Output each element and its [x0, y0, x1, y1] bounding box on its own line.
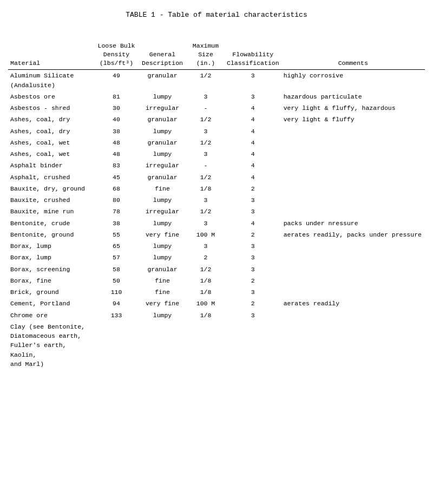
table-row: Bentonite, crude38lumpy34packs under nre…: [8, 218, 425, 229]
table-row: Ashes, coal, wet48granular1/24: [8, 137, 425, 148]
cell-comments: [281, 310, 425, 321]
cell-density: 45: [95, 172, 138, 183]
cell-comments: [281, 321, 425, 370]
table-row: Asphalt binder83irregular-4: [8, 160, 425, 171]
cell-size: 1/8: [187, 286, 225, 298]
cell-material: Brick, ground: [8, 286, 95, 298]
cell-flow: 2: [225, 298, 281, 309]
cell-comments: [281, 206, 425, 217]
cell-desc: very fine: [138, 298, 187, 309]
cell-comments: highly corrosive: [281, 70, 425, 91]
cell-density: 94: [95, 298, 138, 309]
cell-material: Ashes, coal, dry: [8, 126, 95, 137]
col-header-size: Maximum Size (in.): [187, 41, 225, 70]
cell-flow: [225, 321, 281, 370]
cell-material: Clay (see Bentonite,Diatomaceous earth,F…: [8, 321, 95, 370]
table-row: Borax, screening58granular1/23: [8, 264, 425, 275]
cell-desc: lumpy: [138, 91, 187, 102]
page-title: TABLE 1 - Table of material characterist…: [5, 11, 428, 19]
table-row: Ashes, coal, dry40granular1/24very light…: [8, 114, 425, 125]
cell-density: 48: [95, 137, 138, 148]
cell-comments: [281, 240, 425, 252]
cell-desc: very fine: [138, 229, 187, 240]
cell-material: Borax, fine: [8, 275, 95, 286]
cell-flow: 3: [225, 70, 281, 91]
table-row: Borax, fine50fine1/82: [8, 275, 425, 286]
table-row: Asphalt, crushed45granular1/24: [8, 172, 425, 183]
cell-density: 38: [95, 218, 138, 229]
cell-size: 1/8: [187, 275, 225, 286]
cell-comments: packs under nressure: [281, 218, 425, 229]
cell-density: 78: [95, 206, 138, 217]
cell-density: [95, 321, 138, 370]
cell-flow: 3: [225, 310, 281, 321]
cell-desc: granular: [138, 70, 187, 91]
table-row: Aluminum Silicate(Andalusite)49granular1…: [8, 70, 425, 91]
cell-flow: 3: [225, 264, 281, 275]
cell-size: 100 M: [187, 298, 225, 309]
cell-material: Chrome ore: [8, 310, 95, 321]
cell-size: 2: [187, 252, 225, 263]
cell-density: 83: [95, 160, 138, 171]
cell-material: Borax, lump: [8, 252, 95, 263]
cell-size: 1/8: [187, 310, 225, 321]
cell-desc: granular: [138, 172, 187, 183]
cell-density: 58: [95, 264, 138, 275]
table-header: Material Loose Bulk Density (lbs/ft³) Ge…: [8, 41, 425, 70]
cell-size: 3: [187, 126, 225, 137]
cell-size: 1/2: [187, 70, 225, 91]
cell-size: 3: [187, 194, 225, 206]
cell-comments: [281, 137, 425, 148]
cell-material: Bentonite, crude: [8, 218, 95, 229]
cell-size: 1/2: [187, 114, 225, 125]
col-header-density: Loose Bulk Density (lbs/ft³): [95, 41, 138, 70]
cell-density: 55: [95, 229, 138, 240]
cell-material: Asbestos ore: [8, 91, 95, 102]
table-row: Cement, Portland94very fine100 M2aerates…: [8, 298, 425, 309]
col-header-comments: Comments: [281, 41, 425, 70]
cell-density: 50: [95, 275, 138, 286]
cell-flow: 3: [225, 91, 281, 102]
table-row: Brick, ground110fine1/83: [8, 286, 425, 298]
cell-density: 57: [95, 252, 138, 263]
cell-flow: 4: [225, 218, 281, 229]
cell-comments: aerates readily: [281, 298, 425, 309]
cell-density: 68: [95, 183, 138, 194]
cell-size: 1/2: [187, 137, 225, 148]
cell-comments: [281, 286, 425, 298]
table-row: Asbestos - shred30irregular-4very light …: [8, 102, 425, 114]
cell-size: [187, 321, 225, 370]
cell-desc: granular: [138, 264, 187, 275]
cell-desc: irregular: [138, 160, 187, 171]
cell-flow: 4: [225, 172, 281, 183]
cell-desc: lumpy: [138, 126, 187, 137]
cell-desc: lumpy: [138, 218, 187, 229]
cell-size: 3: [187, 148, 225, 160]
table-row: Asbestos ore81lumpy33hazardous particula…: [8, 91, 425, 102]
cell-desc: fine: [138, 286, 187, 298]
table-row: Chrome ore133lumpy1/83: [8, 310, 425, 321]
cell-comments: very light & fluffy: [281, 114, 425, 125]
cell-comments: very light & fluffy, hazardous: [281, 102, 425, 114]
cell-size: 1/2: [187, 264, 225, 275]
cell-flow: 4: [225, 137, 281, 148]
cell-size: 100 M: [187, 229, 225, 240]
cell-flow: 3: [225, 240, 281, 252]
col-header-material: Material: [8, 41, 95, 70]
cell-flow: 2: [225, 275, 281, 286]
cell-desc: granular: [138, 114, 187, 125]
cell-desc: fine: [138, 183, 187, 194]
table-row: Clay (see Bentonite,Diatomaceous earth,F…: [8, 321, 425, 370]
table-row: Borax, lump65lumpy33: [8, 240, 425, 252]
cell-size: 3: [187, 240, 225, 252]
cell-density: 38: [95, 126, 138, 137]
cell-comments: aerates readily, packs under pressure: [281, 229, 425, 240]
cell-density: 30: [95, 102, 138, 114]
cell-density: 133: [95, 310, 138, 321]
cell-flow: 4: [225, 126, 281, 137]
cell-material: Asphalt binder: [8, 160, 95, 171]
material-table: Material Loose Bulk Density (lbs/ft³) Ge…: [8, 41, 425, 370]
cell-density: 48: [95, 148, 138, 160]
cell-material: Borax, lump: [8, 240, 95, 252]
cell-density: 49: [95, 70, 138, 91]
